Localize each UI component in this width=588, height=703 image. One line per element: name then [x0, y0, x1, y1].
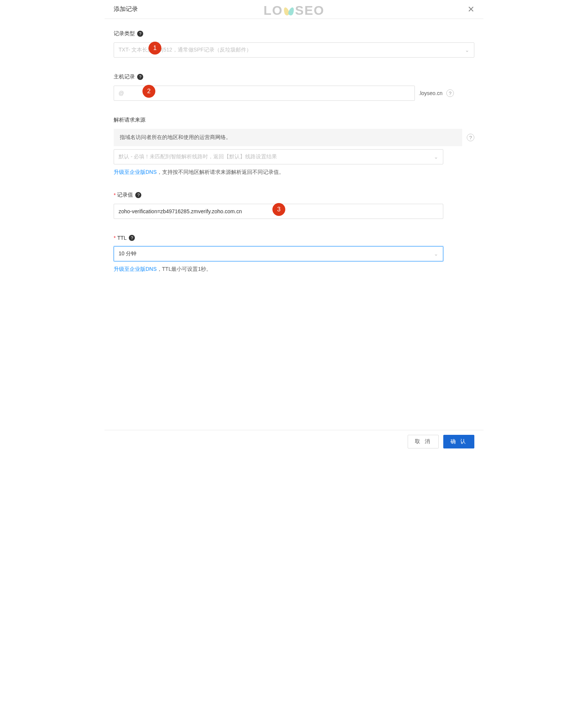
ttl-select[interactable]: 10 分钟 ⌄ — [114, 246, 443, 261]
annotation-badge-3: 3 — [272, 203, 285, 216]
label-record-value: * 记录值 ? — [114, 192, 474, 198]
modal-footer: 取 消 确 认 4 — [105, 430, 483, 453]
watermark-text-right: SEO — [295, 3, 325, 18]
resolve-info-row: 指域名访问者所在的地区和使用的运营商网络。 ? — [114, 129, 474, 146]
help-icon[interactable]: ? — [129, 235, 135, 241]
chevron-down-icon: ⌄ — [465, 47, 469, 53]
field-host-record: 主机记录 ? .loyseo.cn ? 2 — [114, 73, 474, 101]
required-mark: * — [114, 192, 116, 198]
resolve-source-value: 默认 - 必填！未匹配到智能解析线路时，返回【默认】线路设置结果 — [119, 153, 277, 160]
help-icon[interactable]: ? — [137, 74, 143, 80]
resolve-upgrade-tip: 升级至企业版DNS，支持按不同地区解析请求来源解析返回不同记录值。 — [114, 169, 474, 176]
upgrade-tail: ，支持按不同地区解析请求来源解析返回不同记录值。 — [157, 169, 284, 175]
cancel-button[interactable]: 取 消 — [408, 435, 439, 448]
annotation-badge-2: 2 — [142, 85, 155, 98]
help-icon[interactable]: ? — [137, 31, 143, 37]
upgrade-link[interactable]: 升级至企业版DNS — [114, 266, 157, 272]
upgrade-tail: ，TTL最小可设置1秒。 — [157, 266, 212, 272]
watermark-logo: LO SEO — [263, 3, 324, 18]
record-type-value: TXT- 文本长度限制512，通常做SPF记录（反垃圾邮件） — [119, 47, 252, 53]
modal-header: 添加记录 LO SEO ✕ — [105, 0, 483, 19]
label-record-type: 记录类型 ? — [114, 30, 474, 37]
label-ttl: * TTL ? — [114, 235, 474, 241]
field-resolve-source: 解析请求来源 指域名访问者所在的地区和使用的运营商网络。 ? 默认 - 必填！未… — [114, 117, 474, 176]
label-text: 记录值 — [117, 192, 133, 198]
host-suffix: .loyseo.cn — [419, 90, 443, 96]
label-text: 记录类型 — [114, 30, 135, 37]
label-host-record: 主机记录 ? — [114, 73, 474, 80]
annotation-badge-1: 1 — [149, 42, 161, 55]
host-record-row: .loyseo.cn ? — [114, 86, 474, 101]
add-record-modal: 添加记录 LO SEO ✕ 记录类型 ? TXT- 文本长度限制512，通常做S… — [105, 0, 483, 453]
required-mark: * — [114, 235, 116, 241]
label-text: TTL — [117, 235, 127, 241]
ttl-upgrade-tip: 升级至企业版DNS，TTL最小可设置1秒。 — [114, 266, 474, 273]
leaf-icon — [284, 5, 294, 16]
resolve-source-select[interactable]: 默认 - 必填！未匹配到智能解析线路时，返回【默认】线路设置结果 ⌄ — [114, 149, 443, 164]
label-resolve-source: 解析请求来源 — [114, 117, 474, 123]
chevron-down-icon: ⌄ — [434, 251, 438, 257]
help-outline-icon[interactable]: ? — [467, 134, 474, 141]
help-outline-icon[interactable]: ? — [446, 89, 454, 97]
confirm-button[interactable]: 确 认 — [443, 435, 474, 448]
help-icon[interactable]: ? — [135, 192, 141, 198]
record-type-select[interactable]: TXT- 文本长度限制512，通常做SPF记录（反垃圾邮件） ⌄ — [114, 42, 474, 58]
resolve-info-box: 指域名访问者所在的地区和使用的运营商网络。 — [114, 129, 462, 146]
close-icon[interactable]: ✕ — [468, 5, 474, 14]
chevron-down-icon: ⌄ — [434, 154, 438, 160]
ttl-value: 10 分钟 — [119, 250, 136, 257]
modal-body: 记录类型 ? TXT- 文本长度限制512，通常做SPF记录（反垃圾邮件） ⌄ … — [105, 19, 483, 430]
field-record-value: * 记录值 ? 3 — [114, 192, 474, 219]
watermark-text-left: LO — [263, 3, 283, 18]
field-record-type: 记录类型 ? TXT- 文本长度限制512，通常做SPF记录（反垃圾邮件） ⌄ … — [114, 30, 474, 58]
resolve-info-text: 指域名访问者所在的地区和使用的运营商网络。 — [120, 134, 231, 140]
host-record-input[interactable] — [114, 86, 415, 101]
label-text: 主机记录 — [114, 73, 135, 80]
upgrade-link[interactable]: 升级至企业版DNS — [114, 169, 157, 175]
label-text: 解析请求来源 — [114, 117, 145, 123]
field-ttl: * TTL ? 10 分钟 ⌄ 升级至企业版DNS，TTL最小可设置1秒。 — [114, 235, 474, 273]
modal-title: 添加记录 — [114, 5, 138, 13]
